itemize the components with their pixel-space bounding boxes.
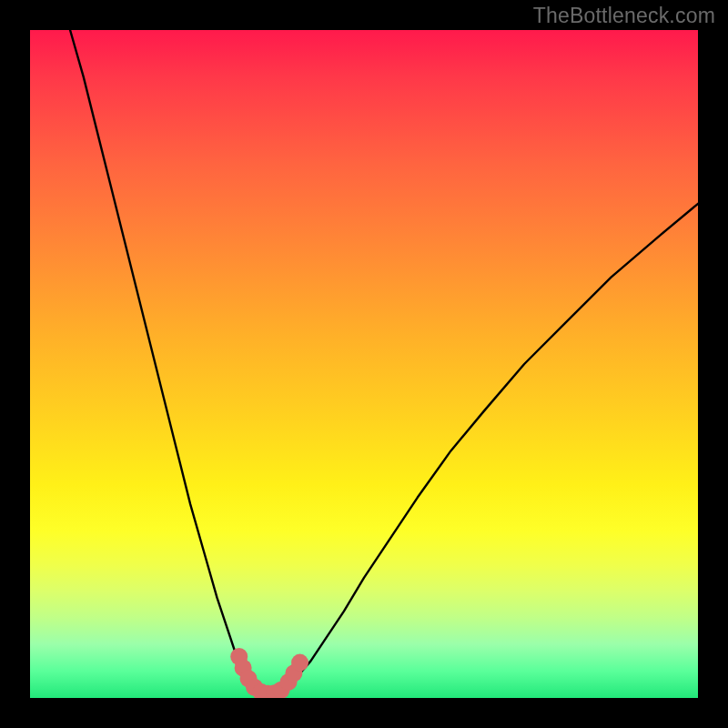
curve-group: [70, 30, 698, 694]
valley-marker-10: [291, 654, 308, 672]
watermark-text: TheBottleneck.com: [533, 4, 715, 28]
curve-left-branch: [70, 30, 258, 690]
curve-right-branch: [284, 204, 698, 690]
marker-group: [230, 648, 308, 698]
chart-frame: TheBottleneck.com: [0, 0, 728, 728]
plot-area: [30, 30, 698, 698]
chart-svg: [30, 30, 698, 698]
